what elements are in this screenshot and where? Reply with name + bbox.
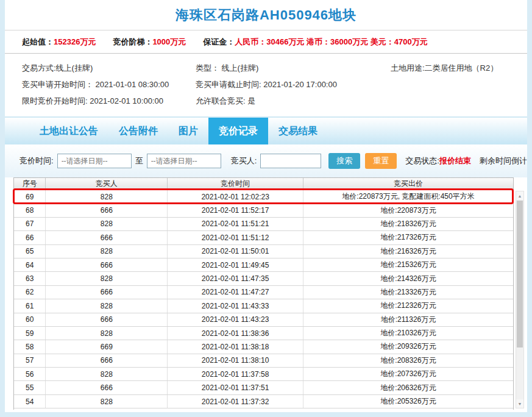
cell-bid-price: 地价:209326万元 [303, 340, 513, 353]
page-frame: 海珠区石岗路AH050946地块 起始值：152326万元 竞价阶梯：1000万… [0, 0, 532, 417]
bidder-input[interactable] [260, 154, 321, 168]
cell-bid-time: 2021-02-01 11:47:35 [168, 272, 303, 285]
date-from-input[interactable] [57, 154, 132, 168]
cell-bid-time: 2021-02-01 11:43:23 [168, 313, 303, 326]
table-row: 64 666 2021-02-01 11:49:45 地价:215326万元 [14, 258, 513, 272]
trade-status-label: 交易状态: [405, 155, 439, 166]
details-grid: 交易方式:线上(挂牌) 类型： 线上(挂牌) 土地用途:二类居住用地（R2） 竞… [5, 54, 527, 113]
cell-bidder: 828 [46, 327, 168, 340]
scroll-up-icon[interactable]: ▲ [516, 191, 523, 200]
countdown-label: 剩余时间倒计时: [480, 155, 532, 166]
cell-bid-time: 2021-02-01 12:02:23 [168, 190, 303, 203]
cell-bid-price: 地价:208326万元 [303, 354, 513, 367]
table-scrollbar[interactable]: ▲ ▼ [516, 191, 524, 408]
header-bid-time: 竞价时间 [168, 178, 303, 190]
reset-button[interactable]: 重置 [365, 153, 397, 169]
table-row: 56 828 2021-02-01 11:37:58 地价:207326万元 [14, 368, 513, 381]
table-row: 65 828 2021-02-01 11:50:01 地价:216326万元 [14, 245, 513, 258]
cell-bidder: 666 [46, 313, 168, 326]
cell-seq: 58 [14, 340, 46, 353]
search-button[interactable]: 搜索 [328, 153, 360, 169]
tab-panel: 土地出让公告 公告附件 图片 竞价记录 交易结果 竞价时间: 至 竞买人: 搜索… [5, 116, 527, 412]
cell-bidder: 828 [46, 245, 168, 258]
table-row: 55 666 2021-02-01 11:37:51 地价:206326万元 [14, 381, 513, 394]
cell-bidder: 666 [46, 381, 168, 394]
details-row-2: 竞买申请开始时间： 2021-01-01 08:30:00 竞买申请截止时间: … [22, 76, 510, 93]
cell-bidder: 828 [46, 368, 168, 380]
cell-bid-time: 2021-02-01 11:37:58 [168, 368, 303, 380]
cell-bid-price: 地价:215326万元 [303, 258, 513, 271]
apply-end-time: 竞买申请截止时间: 2021-01-20 17:00:00 [196, 76, 391, 93]
cell-seq: 56 [14, 368, 46, 380]
cell-seq: 63 [14, 272, 46, 285]
cell-seq: 55 [14, 381, 46, 394]
bidder-filter-label: 竞买人: [231, 155, 257, 166]
cell-bid-price: 地价:216326万元 [303, 245, 513, 258]
bid-start-time: 限时竞价开始时间: 2021-02-01 10:00:00 [22, 93, 196, 109]
table-row: 58 669 2021-02-01 11:38:18 地价:209326万元 [14, 340, 513, 354]
cell-bid-time: 2021-02-01 11:38:18 [168, 340, 303, 353]
cell-bid-price: 地价:207326万元 [303, 368, 513, 380]
cell-bidder: 666 [46, 231, 168, 244]
tab-land-notice[interactable]: 土地出让公告 [29, 118, 108, 144]
joint-bid-allowed: 允许联合竞买: 是 [196, 93, 391, 109]
cell-bidder: 828 [46, 395, 168, 408]
cell-bidder: 828 [46, 272, 168, 285]
scroll-down-icon[interactable]: ▼ [516, 399, 523, 408]
cell-bidder: 666 [46, 204, 168, 216]
tab-bid-records[interactable]: 竞价记录 [208, 118, 268, 144]
cell-seq: 65 [14, 245, 46, 258]
title-bar: 海珠区石岗路AH050946地块 [5, 0, 527, 30]
cell-bid-price: 地价:211326万元 [303, 313, 513, 326]
bid-step-value: 1000万元 [152, 37, 186, 46]
bid-table-area: 序号 竞买人 竞价时间 竞买出价 69 828 2021-02-01 12:02… [5, 177, 527, 412]
deposit-group: 保证金：人民币：30466万元 港币：36000万元 美元：4700万元 [203, 37, 427, 48]
cell-bid-time: 2021-02-01 11:38:36 [168, 327, 303, 340]
bid-time-label: 竞价时间: [20, 155, 54, 166]
cell-seq: 61 [14, 299, 46, 312]
date-to-input[interactable] [147, 154, 221, 168]
bid-table-body: 69 828 2021-02-01 12:02:23 地价:220873万元, … [14, 190, 513, 408]
header-bidder: 竞买人 [46, 178, 168, 190]
table-row: 60 666 2021-02-01 11:43:23 地价:211326万元 [14, 313, 513, 327]
table-row: 63 828 2021-02-01 11:47:35 地价:214326万元 [14, 272, 513, 285]
land-use: 土地用途:二类居住用地（R2） [391, 60, 510, 76]
cell-bid-price: 地价:217326万元 [303, 231, 513, 244]
trade-type: 类型： 线上(挂牌) [196, 60, 391, 76]
deposit-value: 人民币：30466万元 港币：36000万元 美元：4700万元 [235, 37, 427, 46]
cell-bidder: 669 [46, 340, 168, 353]
table-row: 57 666 2021-02-01 11:38:10 地价:208326万元 [14, 354, 513, 368]
date-range-separator: 至 [135, 155, 143, 166]
start-value-group: 起始值：152326万元 [22, 37, 96, 48]
bid-table: 序号 竞买人 竞价时间 竞买出价 69 828 2021-02-01 12:02… [13, 177, 514, 410]
trade-status-value: 报价结束 [439, 155, 471, 166]
tab-notice-attachments[interactable]: 公告附件 [108, 118, 168, 144]
tab-images[interactable]: 图片 [168, 118, 208, 144]
bid-step-group: 竞价阶梯：1000万元 [113, 37, 186, 48]
details-row-1: 交易方式:线上(挂牌) 类型： 线上(挂牌) 土地用途:二类居住用地（R2） [22, 60, 510, 76]
cell-bidder: 828 [46, 218, 168, 230]
cell-bid-time: 2021-02-01 11:49:45 [168, 258, 303, 271]
table-row: 68 666 2021-02-01 11:52:17 地价:220873万元 [14, 204, 513, 217]
filter-bar: 竞价时间: 至 竞买人: 搜索 重置 交易状态: 报价结束 剩余时间倒计时: 0… [5, 144, 527, 177]
summary-bar: 起始值：152326万元 竞价阶梯：1000万元 保证金：人民币：30466万元… [5, 30, 527, 54]
apply-start-time: 竞买申请开始时间： 2021-01-01 08:30:00 [22, 76, 196, 93]
cell-bid-time: 2021-02-01 11:38:10 [168, 354, 303, 367]
cell-bid-price: 地价:210326万元 [303, 327, 513, 340]
cell-seq: 57 [14, 354, 46, 367]
cell-bid-time: 2021-02-01 11:51:12 [168, 231, 303, 244]
table-row: 69 828 2021-02-01 12:02:23 地价:220873万元, … [14, 190, 513, 204]
cell-bidder: 666 [46, 286, 168, 299]
cell-bidder: 828 [46, 299, 168, 312]
cell-seq: 59 [14, 327, 46, 340]
cell-seq: 68 [14, 204, 46, 216]
deposit-label: 保证金： [203, 37, 235, 46]
table-row: 54 828 2021-02-01 11:37:32 地价:205326万元 [14, 395, 513, 408]
cell-seq: 62 [14, 286, 46, 299]
cell-bid-time: 2021-02-01 11:43:33 [168, 299, 303, 312]
bid-table-header: 序号 竞买人 竞价时间 竞买出价 [14, 177, 513, 190]
cell-bid-time: 2021-02-01 11:50:01 [168, 245, 303, 258]
tab-trade-result[interactable]: 交易结果 [268, 118, 328, 144]
cell-bidder: 666 [46, 354, 168, 367]
scrollbar-thumb[interactable] [517, 201, 523, 348]
